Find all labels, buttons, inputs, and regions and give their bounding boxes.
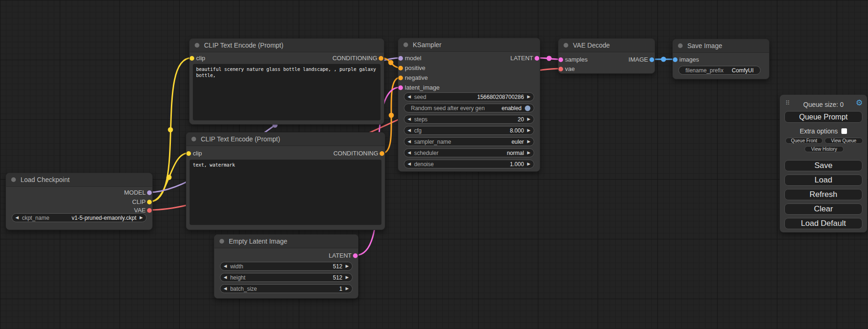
node-titlebar[interactable]: Empty Latent Image [214, 235, 358, 248]
queue-panel: ⠿ Queue size: 0 ⚙ Queue Prompt Extra opt… [780, 95, 867, 232]
load-button[interactable]: Load [784, 175, 862, 186]
model-input-port[interactable] [398, 56, 403, 61]
increment-arrow-icon[interactable]: ▶ [527, 140, 530, 144]
node-clip-text-encode-negative[interactable]: CLIP Text Encode (Prompt) clip CONDITION… [186, 132, 385, 230]
positive-input-port[interactable] [398, 66, 403, 70]
increment-arrow-icon[interactable]: ▶ [346, 287, 349, 291]
toggle-enabled-icon[interactable] [525, 105, 530, 111]
queue-prompt-button[interactable]: Queue Prompt [784, 111, 862, 123]
collapse-dot-icon[interactable] [564, 43, 568, 48]
extra-options-row: Extra options [780, 127, 867, 134]
decrement-arrow-icon[interactable]: ◀ [224, 275, 227, 280]
decrement-arrow-icon[interactable]: ◀ [408, 128, 411, 133]
image-output-port[interactable] [649, 57, 654, 62]
conditioning-output-port[interactable] [380, 151, 384, 156]
clip-input-port[interactable] [186, 151, 191, 156]
node-title: CLIP Text Encode (Prompt) [201, 135, 280, 143]
collapse-dot-icon[interactable] [403, 42, 408, 47]
node-titlebar[interactable]: VAE Decode [558, 39, 655, 52]
clip-input-port[interactable] [190, 56, 194, 61]
node-clip-text-encode-positive[interactable]: CLIP Text Encode (Prompt) clip CONDITION… [189, 38, 384, 125]
extra-options-checkbox[interactable] [841, 128, 847, 134]
sampler-name-widget[interactable]: ◀ sampler_name euler ▶ [404, 137, 534, 146]
node-empty-latent-image[interactable]: Empty Latent Image LATENT ◀ width 512 ▶ … [214, 234, 359, 299]
model-output-port[interactable] [147, 190, 152, 195]
decrement-arrow-icon[interactable]: ◀ [15, 216, 19, 220]
decrement-arrow-icon[interactable]: ◀ [224, 264, 227, 268]
link-midpoint-dot [388, 60, 394, 65]
latent-image-input-port[interactable] [398, 85, 403, 90]
node-save-image[interactable]: Save Image images filename_prefix ComfyU… [672, 39, 769, 79]
load-default-button[interactable]: Load Default [784, 218, 862, 229]
collapse-dot-icon[interactable] [219, 239, 224, 244]
decrement-arrow-icon[interactable]: ◀ [408, 95, 411, 99]
node-titlebar[interactable]: Load Checkpoint [6, 173, 152, 187]
increment-arrow-icon[interactable]: ▶ [527, 128, 530, 133]
increment-arrow-icon[interactable]: ▶ [527, 95, 530, 99]
conditioning-output-port[interactable] [379, 56, 383, 61]
refresh-button[interactable]: Refresh [784, 189, 862, 200]
node-vae-decode[interactable]: VAE Decode samples IMAGE vae [558, 38, 655, 74]
node-titlebar[interactable]: CLIP Text Encode (Prompt) [186, 133, 385, 146]
steps-widget[interactable]: ◀ steps 20 ▶ [404, 115, 534, 124]
node-titlebar[interactable]: CLIP Text Encode (Prompt) [190, 39, 384, 52]
ckpt-name-widget[interactable]: ◀ ckpt_name v1-5-pruned-emaonly.ckpt ▶ [12, 213, 147, 222]
latent-output-port[interactable] [353, 253, 358, 258]
decrement-arrow-icon[interactable]: ◀ [408, 151, 411, 155]
output-row-latent: LATENT [214, 252, 358, 260]
settings-gear-icon[interactable]: ⚙ [856, 99, 863, 107]
width-widget[interactable]: ◀ width 512 ▶ [220, 262, 353, 271]
decrement-arrow-icon[interactable]: ◀ [224, 287, 227, 291]
node-titlebar[interactable]: KSampler [398, 38, 540, 52]
scheduler-widget[interactable]: ◀ scheduler normal ▶ [404, 148, 534, 157]
decrement-arrow-icon[interactable]: ◀ [408, 140, 411, 144]
queue-front-button[interactable]: Queue Front [785, 138, 823, 144]
batch-size-widget[interactable]: ◀ batch_size 1 ▶ [220, 284, 353, 293]
random-seed-toggle-widget[interactable]: Random seed after every gen enabled [404, 104, 534, 112]
collapse-dot-icon[interactable] [191, 137, 196, 141]
increment-arrow-icon[interactable]: ▶ [527, 162, 530, 166]
node-title: KSampler [413, 41, 441, 49]
negative-input-port[interactable] [398, 76, 403, 80]
collapse-dot-icon[interactable] [11, 177, 16, 182]
comfyui-canvas[interactable]: { "icons": { "arrow_left": "◀", "arrow_r… [0, 0, 868, 329]
positive-prompt-textarea[interactable]: beautiful scenery nature glass bottle la… [193, 64, 381, 120]
decrement-arrow-icon[interactable]: ◀ [408, 162, 411, 166]
negative-prompt-textarea[interactable]: text, watermark [190, 160, 381, 225]
vae-output-port[interactable] [147, 208, 152, 213]
collapse-dot-icon[interactable] [195, 43, 199, 48]
collapse-dot-icon[interactable] [678, 43, 683, 48]
height-widget[interactable]: ◀ height 512 ▶ [220, 273, 353, 282]
decrement-arrow-icon[interactable]: ◀ [408, 117, 411, 121]
increment-arrow-icon[interactable]: ▶ [346, 264, 349, 268]
view-queue-button[interactable]: View Queue [825, 138, 863, 144]
increment-arrow-icon[interactable]: ▶ [527, 117, 530, 121]
node-load-checkpoint[interactable]: Load Checkpoint MODEL CLIP VAE ◀ ckpt_na… [6, 173, 153, 230]
io-row-samples-image: samples IMAGE [558, 56, 655, 64]
images-input-port[interactable] [673, 57, 677, 62]
io-row-clip-conditioning: clip CONDITIONING [190, 54, 384, 63]
seed-widget[interactable]: ◀ seed 156680208700286 ▶ [404, 92, 534, 101]
filename-prefix-widget[interactable]: filename_prefix ComfyUI [678, 66, 761, 75]
clip-output-port[interactable] [147, 200, 152, 204]
input-row-images: images [673, 56, 769, 64]
input-row-latent-image: latent_image [398, 84, 540, 92]
samples-input-port[interactable] [558, 57, 563, 62]
queue-size-label: Queue size: 0 [780, 101, 867, 108]
extra-options-label: Extra options [800, 127, 838, 135]
denoise-widget[interactable]: ◀ denoise 1.000 ▶ [404, 160, 534, 168]
vae-input-port[interactable] [558, 67, 563, 71]
latent-output-port[interactable] [535, 56, 539, 61]
node-titlebar[interactable]: Save Image [673, 39, 769, 53]
input-row-negative: negative [398, 74, 540, 82]
increment-arrow-icon[interactable]: ▶ [346, 275, 349, 280]
cfg-widget[interactable]: ◀ cfg 8.000 ▶ [404, 126, 534, 135]
save-button[interactable]: Save [784, 160, 862, 171]
clear-button[interactable]: Clear [784, 203, 862, 215]
node-title: Load Checkpoint [21, 176, 70, 183]
view-history-button[interactable]: View History [804, 146, 844, 152]
node-ksampler[interactable]: KSampler model LATENT positive negative … [398, 38, 540, 172]
output-row-model: MODEL [6, 189, 152, 197]
increment-arrow-icon[interactable]: ▶ [527, 151, 530, 155]
increment-arrow-icon[interactable]: ▶ [140, 216, 143, 220]
